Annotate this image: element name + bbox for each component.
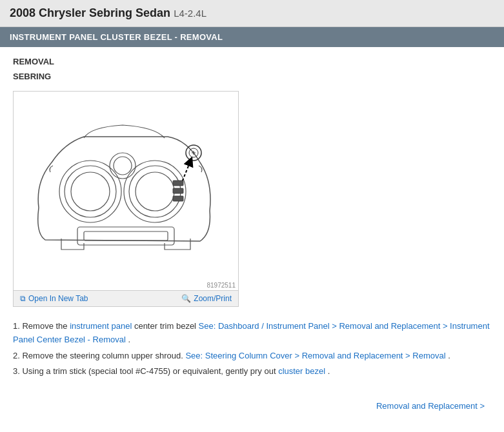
new-tab-icon: ⧉ <box>20 294 26 303</box>
page-header: 2008 Chrysler Sebring Sedan L4-2.4L <box>0 0 504 27</box>
nav-section: Removal and Replacement > <box>13 391 491 411</box>
instruction-3: 3. Using a trim stick (special tool #C-4… <box>13 365 491 378</box>
svg-point-5 <box>136 172 174 211</box>
steering-column-link[interactable]: See: Steering Column Cover > Removal and… <box>185 351 445 360</box>
svg-rect-17 <box>173 196 183 201</box>
diagram-container: 81972511 ⧉ Open In New Tab 🔍 Zoom/Print <box>13 91 239 307</box>
svg-point-1 <box>65 166 116 217</box>
diagram-svg <box>26 98 226 275</box>
zoom-print-link[interactable]: 🔍 Zoom/Print <box>181 294 232 303</box>
sebring-heading: SEBRING <box>13 72 491 81</box>
zoom-label: Zoom/Print <box>194 294 232 303</box>
instructions-section: 1. Remove the instrument panel center tr… <box>13 320 491 378</box>
svg-point-0 <box>59 161 121 222</box>
engine-spec: L4-2.4L <box>174 8 207 19</box>
svg-rect-15 <box>173 181 183 186</box>
section-title: INSTRUMENT PANEL CLUSTER BEZEL - REMOVAL <box>10 32 223 42</box>
svg-point-7 <box>114 157 132 175</box>
svg-point-2 <box>71 172 110 211</box>
removal-replacement-nav[interactable]: Removal and Replacement > <box>376 401 485 411</box>
nav-label: Removal and Replacement > <box>376 401 485 411</box>
vehicle-name: 2008 Chrysler Sebring Sedan <box>10 6 170 19</box>
cluster-bezel-link[interactable]: cluster bezel <box>278 366 325 376</box>
removal-heading: REMOVAL <box>13 57 491 66</box>
instruction-1: 1. Remove the instrument panel center tr… <box>13 320 491 347</box>
image-toolbar: ⧉ Open In New Tab 🔍 Zoom/Print <box>14 290 238 306</box>
instruction-2: 2. Remove the steering column upper shro… <box>13 349 491 363</box>
svg-rect-8 <box>77 227 174 245</box>
vehicle-title: 2008 Chrysler Sebring Sedan L4-2.4L <box>10 6 207 19</box>
image-caption: 81972511 <box>14 282 238 290</box>
svg-rect-9 <box>84 231 168 241</box>
open-tab-label: Open In New Tab <box>28 294 88 303</box>
main-content: REMOVAL SEBRING <box>0 47 504 420</box>
svg-rect-16 <box>173 188 183 193</box>
section-title-bar: INSTRUMENT PANEL CLUSTER BEZEL - REMOVAL <box>0 27 504 47</box>
open-in-new-tab-link[interactable]: ⧉ Open In New Tab <box>20 294 88 303</box>
zoom-icon: 🔍 <box>181 294 191 303</box>
instrument-panel-link[interactable]: instrument panel <box>70 321 132 331</box>
diagram-area <box>14 92 238 282</box>
